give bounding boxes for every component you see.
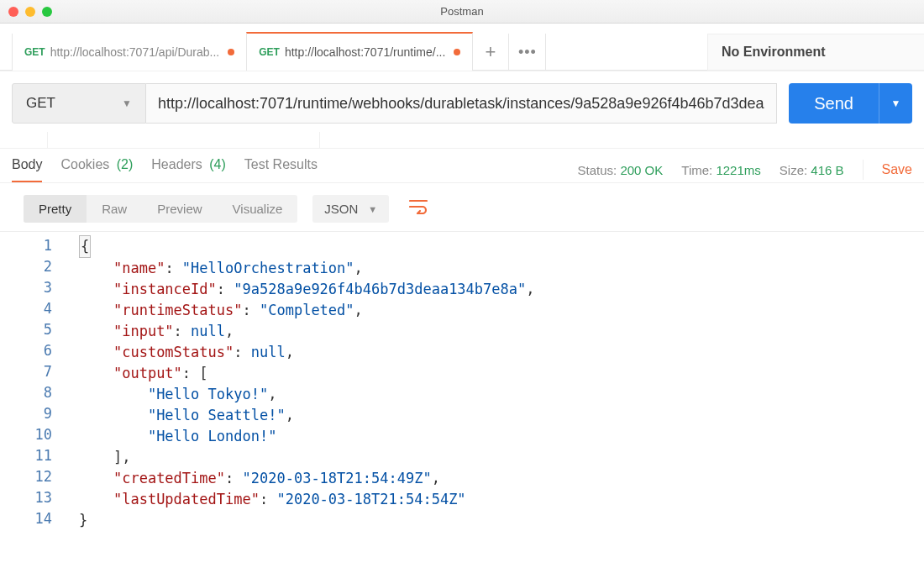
tab-label: Headers bbox=[151, 157, 202, 171]
request-bar: GET ▼ Send ▼ bbox=[0, 71, 924, 124]
separator bbox=[0, 132, 924, 149]
send-button[interactable]: Send bbox=[789, 83, 879, 124]
tab-count: (4) bbox=[209, 157, 226, 171]
time-label: Time: bbox=[681, 163, 712, 177]
url-input[interactable] bbox=[146, 83, 777, 124]
code-content: { "name": "HelloOrchestration", "instanc… bbox=[67, 232, 924, 531]
unsaved-dot-icon bbox=[228, 49, 234, 55]
tab-options-button[interactable]: ••• bbox=[509, 34, 546, 71]
tab-method: GET bbox=[24, 46, 45, 58]
language-select[interactable]: JSON ▼ bbox=[312, 195, 389, 223]
body-format-toolbar: Pretty Raw Preview Visualize JSON ▼ bbox=[0, 182, 924, 231]
response-header: Body Cookies (2) Headers (4) Test Result… bbox=[0, 149, 924, 182]
window-title: Postman bbox=[0, 5, 924, 18]
titlebar: Postman bbox=[0, 0, 924, 24]
language-value: JSON bbox=[324, 202, 358, 216]
tab-label: http://localhost:7071/api/Durab... bbox=[50, 45, 220, 59]
new-tab-button[interactable]: + bbox=[472, 34, 509, 71]
request-tab-0[interactable]: GET http://localhost:7071/api/Durab... bbox=[12, 34, 247, 71]
request-tabs: GET http://localhost:7071/api/Durab... G… bbox=[0, 24, 924, 71]
view-pretty[interactable]: Pretty bbox=[24, 195, 87, 223]
tab-method: GET bbox=[259, 46, 280, 58]
size-label: Size: bbox=[780, 163, 807, 177]
response-tab-testresults[interactable]: Test Results bbox=[244, 157, 318, 182]
size-value: 416 B bbox=[811, 163, 843, 177]
unsaved-dot-icon bbox=[454, 49, 460, 55]
response-tab-cookies[interactable]: Cookies (2) bbox=[60, 157, 133, 182]
chevron-down-icon: ▼ bbox=[368, 204, 377, 214]
tab-label: http://localhost:7071/runtime/... bbox=[285, 45, 445, 59]
view-visualize[interactable]: Visualize bbox=[218, 195, 298, 223]
view-preview[interactable]: Preview bbox=[142, 195, 217, 223]
tab-count: (2) bbox=[117, 157, 134, 171]
view-mode-segment: Pretty Raw Preview Visualize bbox=[24, 195, 297, 223]
status-display: Status: 200 OK bbox=[578, 163, 664, 177]
environment-selector[interactable]: No Environment bbox=[707, 34, 924, 71]
environment-label: No Environment bbox=[722, 45, 826, 60]
view-raw[interactable]: Raw bbox=[87, 195, 142, 223]
tab-label: Cookies bbox=[60, 157, 109, 171]
method-select[interactable]: GET ▼ bbox=[12, 83, 146, 124]
time-value: 1221ms bbox=[716, 163, 760, 177]
request-tab-1[interactable]: GET http://localhost:7071/runtime/... bbox=[246, 32, 473, 71]
status-value: 200 OK bbox=[620, 163, 663, 177]
response-tab-headers[interactable]: Headers (4) bbox=[151, 157, 226, 182]
line-gutter: 1234567891011121314 bbox=[0, 232, 67, 531]
method-value: GET bbox=[26, 95, 55, 112]
save-response-button[interactable]: Save bbox=[882, 162, 912, 177]
send-options-button[interactable]: ▼ bbox=[879, 83, 912, 124]
chevron-down-icon: ▼ bbox=[122, 97, 132, 109]
wrap-lines-icon[interactable] bbox=[404, 196, 433, 222]
size-display: Size: 416 B bbox=[780, 163, 844, 177]
response-body[interactable]: 1234567891011121314 { "name": "HelloOrch… bbox=[0, 231, 924, 531]
response-tab-body[interactable]: Body bbox=[12, 157, 42, 182]
time-display: Time: 1221ms bbox=[681, 163, 761, 177]
status-label: Status: bbox=[578, 163, 617, 177]
